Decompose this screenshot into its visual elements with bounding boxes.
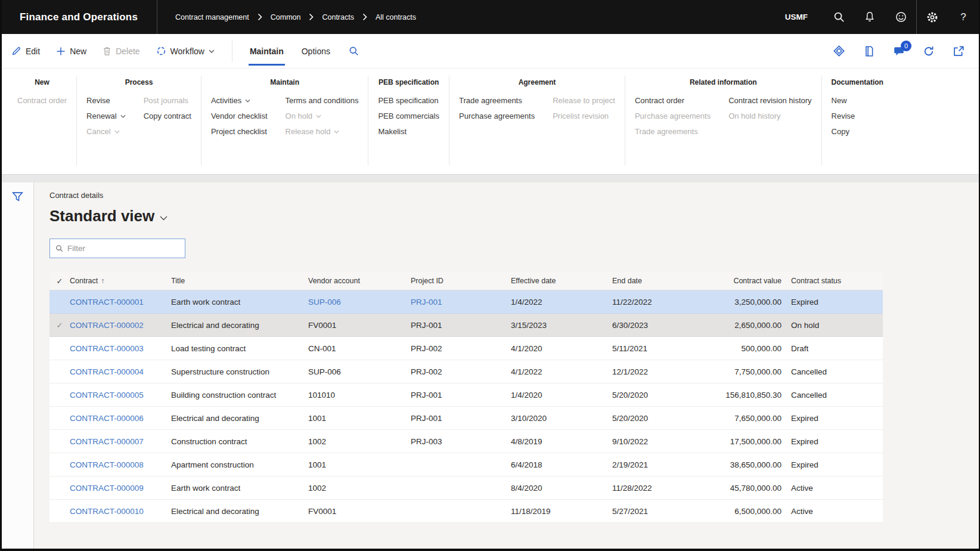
column-header-project-id[interactable]: Project ID — [411, 277, 511, 285]
project-cell: PRJ-003 — [411, 437, 511, 446]
table-row[interactable]: CONTRACT-000010 Electrical and decoratin… — [49, 500, 883, 523]
table-row[interactable]: ✓ CONTRACT-000002 Electrical and decorat… — [49, 314, 883, 337]
end-date-cell: 5/20/2020 — [612, 391, 722, 400]
breadcrumb-item-area[interactable]: Common — [271, 13, 301, 21]
contract-link[interactable]: CONTRACT-000006 — [70, 414, 144, 423]
refresh-icon[interactable] — [923, 45, 935, 57]
power-apps-icon[interactable] — [833, 45, 845, 57]
tab-options[interactable]: Options — [293, 34, 339, 69]
company-picker[interactable]: USMF — [770, 13, 823, 21]
table-row[interactable]: CONTRACT-000007 Construction contract 10… — [49, 430, 883, 453]
contract-link[interactable]: CONTRACT-000007 — [70, 437, 144, 446]
filter-funnel-icon[interactable] — [11, 191, 24, 203]
table-row[interactable]: CONTRACT-000009 Earth work contract 1002… — [49, 476, 883, 500]
open-in-new-window-icon[interactable] — [953, 45, 965, 57]
search-icon[interactable] — [823, 0, 854, 34]
project-cell: PRJ-002 — [411, 367, 511, 376]
end-date-cell: 9/10/2022 — [612, 437, 722, 446]
column-header-vendor-account[interactable]: Vendor account — [308, 277, 411, 285]
documentation-copy-button[interactable]: Copy — [832, 127, 855, 136]
end-date-cell: 5/27/2021 — [612, 507, 722, 516]
copy-contract-button[interactable]: Copy contract — [144, 112, 191, 120]
table-row[interactable]: CONTRACT-000008 Apartment construction 1… — [49, 453, 883, 476]
messages-icon[interactable]: 0 — [893, 45, 905, 57]
filter-input[interactable] — [67, 244, 179, 253]
ribbon-group-process: Process Revise Renewal Cancel Post journ… — [77, 76, 201, 165]
column-header-title[interactable]: Title — [171, 277, 308, 285]
contract-link[interactable]: CONTRACT-000005 — [70, 391, 144, 400]
contract-link[interactable]: CONTRACT-000010 — [70, 507, 144, 516]
title-cell: Apartment construction — [171, 460, 308, 469]
app-title[interactable]: Finance and Operations — [2, 11, 157, 23]
office-book-icon[interactable] — [863, 45, 875, 57]
contract-value-cell: 45,780,000.00 — [722, 484, 781, 493]
contract-link[interactable]: CONTRACT-000009 — [70, 484, 144, 493]
effective-date-cell: 8/4/2020 — [511, 484, 612, 493]
action-search-icon[interactable] — [349, 46, 359, 56]
vendor-checklist-button[interactable]: Vendor checklist — [211, 112, 268, 120]
contracts-grid: ✓ Contract↑ Title Vendor account Project… — [49, 272, 883, 523]
on-hold-history-button: On hold history — [728, 112, 811, 120]
workflow-button[interactable]: Workflow — [156, 46, 215, 56]
end-date-cell: 11/28/2022 — [612, 484, 722, 493]
new-button[interactable]: New — [56, 47, 86, 56]
activities-button[interactable]: Activities — [211, 96, 268, 105]
checkmark-icon: ✓ — [57, 321, 63, 330]
column-header-contract-status[interactable]: Contract status — [781, 277, 883, 285]
peb-commercials-button[interactable]: PEB commercials — [378, 112, 439, 120]
contract-link[interactable]: CONTRACT-000008 — [70, 460, 144, 469]
end-date-cell: 6/30/2023 — [612, 321, 722, 330]
edit-button[interactable]: Edit — [11, 46, 40, 56]
table-row[interactable]: CONTRACT-000001 Earth work contract SUP-… — [49, 290, 883, 314]
contract-link[interactable]: CONTRACT-000001 — [70, 298, 144, 307]
ribbon-group-maintain: Maintain Activities Vendor checklist Pro… — [201, 76, 369, 165]
select-all-checkbox[interactable]: ✓ — [49, 277, 70, 286]
terms-and-conditions-button[interactable]: Terms and conditions — [286, 96, 359, 105]
trade-agreements-button[interactable]: Trade agreements — [459, 96, 535, 105]
peb-specification-button[interactable]: PEB specification — [378, 96, 439, 105]
ribbon-group-title: Related information — [635, 78, 812, 86]
tab-maintain[interactable]: Maintain — [241, 34, 293, 69]
column-header-effective-date[interactable]: Effective date — [511, 277, 612, 285]
related-contract-order-button[interactable]: Contract order — [635, 96, 711, 105]
revise-button[interactable]: Revise — [86, 96, 126, 105]
purchase-agreements-button[interactable]: Purchase agreements — [459, 112, 535, 120]
contracts-page: Contract details Standard view ✓ Contrac… — [34, 182, 979, 549]
ribbon-group-agreement: Agreement Trade agreements Purchase agre… — [449, 76, 625, 165]
title-cell: Building construction contract — [171, 391, 308, 400]
contract-revision-history-button[interactable]: Contract revision history — [728, 96, 811, 105]
table-row[interactable]: CONTRACT-000006 Electrical and decoratin… — [49, 407, 883, 430]
column-header-contract[interactable]: Contract↑ — [70, 277, 171, 285]
ribbon-group-title: Documentation — [832, 78, 883, 86]
table-row[interactable]: CONTRACT-000004 Superstructure construct… — [49, 360, 883, 383]
row-checkbox[interactable]: ✓ — [49, 321, 70, 330]
breadcrumb-item-page[interactable]: All contracts — [376, 13, 416, 21]
contract-link[interactable]: CONTRACT-000002 — [70, 321, 144, 330]
project-link[interactable]: PRJ-001 — [411, 298, 442, 307]
breadcrumb-item-module[interactable]: Contract management — [175, 13, 249, 21]
notifications-bell-icon[interactable] — [854, 0, 885, 34]
contract-link[interactable]: CONTRACT-000003 — [70, 344, 144, 353]
contract-status-cell: Expired — [781, 437, 883, 446]
filter-sidebar — [2, 182, 34, 549]
documentation-revise-button[interactable]: Revise — [832, 112, 855, 120]
feedback-smiley-icon[interactable] — [885, 0, 916, 34]
view-selector[interactable]: Standard view — [49, 207, 168, 225]
title-cell: Earth work contract — [171, 298, 308, 307]
project-checklist-button[interactable]: Project checklist — [211, 127, 268, 136]
table-row[interactable]: CONTRACT-000003 Load testing contract CN… — [49, 337, 883, 360]
makelist-button[interactable]: Makelist — [378, 127, 439, 136]
settings-gear-icon[interactable] — [917, 0, 948, 34]
documentation-new-button[interactable]: New — [832, 96, 855, 105]
end-date-cell: 12/1/2022 — [612, 367, 722, 376]
renewal-button[interactable]: Renewal — [86, 112, 126, 120]
contract-link[interactable]: CONTRACT-000004 — [70, 367, 144, 376]
column-header-contract-value[interactable]: Contract value — [722, 277, 781, 285]
help-icon[interactable]: ? — [948, 0, 979, 34]
table-row[interactable]: CONTRACT-000005 Building construction co… — [49, 383, 883, 407]
vendor-link[interactable]: SUP-006 — [308, 298, 341, 307]
contract-status-cell: Cancelled — [781, 391, 883, 400]
column-header-end-date[interactable]: End date — [612, 277, 722, 285]
grid-filter-box[interactable] — [49, 239, 185, 258]
breadcrumb-item-section[interactable]: Contracts — [322, 13, 354, 21]
